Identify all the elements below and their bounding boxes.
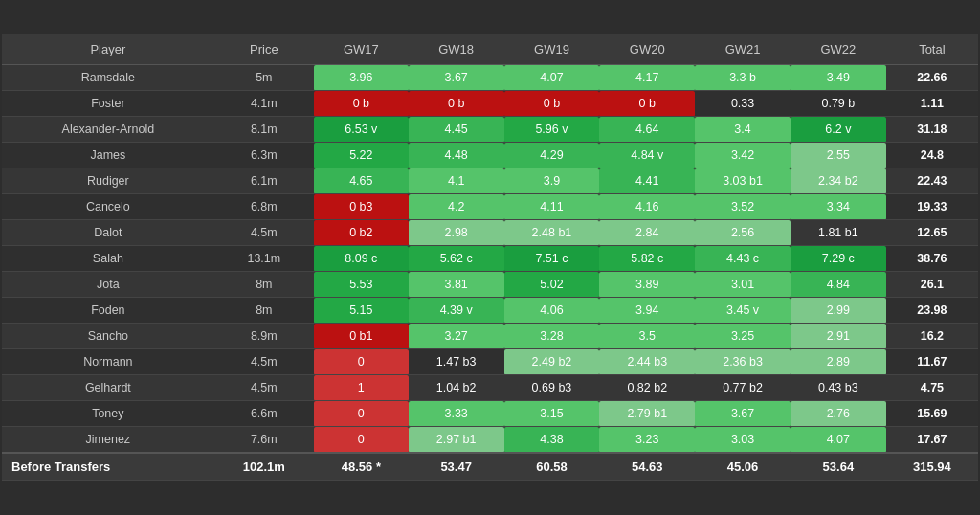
cell-gw17: 0 [314,349,409,375]
player-name: Foster [2,91,214,117]
cell-gw17: 1 [314,375,409,401]
cell-gw18: 3.67 [409,65,504,91]
cell-gw22: 3.49 [791,65,886,91]
player-name: Salah [2,246,214,272]
cell-gw17: 0 b3 [314,194,409,220]
player-stats-table: Player Price GW17 GW18 GW19 GW20 GW21 GW… [2,34,978,481]
cell-gw17: 5.22 [314,143,409,168]
player-total: 1.11 [886,91,978,117]
col-header-gw21: GW21 [695,34,791,65]
cell-gw19: 3.28 [504,324,600,349]
player-name: Rudiger [2,168,214,194]
footer-gw19: 60.58 [504,453,600,481]
cell-gw19: 4.38 [504,427,600,454]
player-name: Gelhardt [2,375,214,401]
cell-gw21: 3.01 [695,272,791,298]
player-total: 26.1 [886,272,978,298]
cell-gw20: 2.84 [599,220,695,246]
player-total: 22.66 [886,65,978,91]
player-price: 4.5m [214,349,314,375]
cell-gw17: 0 [314,427,409,454]
player-total: 22.43 [886,168,978,194]
col-header-gw17: GW17 [314,34,409,65]
table-row: Cancelo6.8m0 b34.24.114.163.523.3419.33 [2,194,978,220]
cell-gw17: 3.96 [314,65,409,91]
col-header-gw19: GW19 [504,34,600,65]
cell-gw18: 2.97 b1 [409,427,504,454]
player-total: 24.8 [886,143,978,168]
cell-gw20: 3.5 [599,324,695,349]
footer-gw22: 53.64 [791,453,886,481]
footer-total: 315.94 [886,453,978,481]
player-name: Toney [2,401,214,427]
cell-gw21: 3.4 [695,117,791,143]
cell-gw18: 1.04 b2 [409,375,504,401]
cell-gw17: 0 b2 [314,220,409,246]
table-row: Jota8m5.533.815.023.893.014.8426.1 [2,272,978,298]
cell-gw19: 2.48 b1 [504,220,600,246]
cell-gw20: 3.23 [599,427,695,454]
cell-gw19: 0.69 b3 [504,375,600,401]
cell-gw17: 0 b [314,91,409,117]
cell-gw22: 1.81 b1 [791,220,886,246]
cell-gw22: 0.43 b3 [791,375,886,401]
header-row: Player Price GW17 GW18 GW19 GW20 GW21 GW… [2,34,978,65]
cell-gw22: 2.89 [791,349,886,375]
stats-table-wrapper: Player Price GW17 GW18 GW19 GW20 GW21 GW… [2,34,978,481]
player-name: Dalot [2,220,214,246]
cell-gw18: 5.62 c [409,246,504,272]
player-name: Cancelo [2,194,214,220]
cell-gw18: 3.27 [409,324,504,349]
cell-gw22: 2.76 [791,401,886,427]
table-row: Dalot4.5m0 b22.982.48 b12.842.561.81 b11… [2,220,978,246]
player-name: Jota [2,272,214,298]
cell-gw22: 4.07 [791,427,886,454]
table-row: James6.3m5.224.484.294.84 v3.422.5524.8 [2,143,978,168]
cell-gw22: 0.79 b [791,91,886,117]
player-name: James [2,143,214,168]
cell-gw20: 5.82 c [599,246,695,272]
player-price: 8.9m [214,324,314,349]
cell-gw19: 5.02 [504,272,600,298]
player-name: Normann [2,349,214,375]
cell-gw18: 2.98 [409,220,504,246]
cell-gw18: 4.45 [409,117,504,143]
cell-gw20: 0.82 b2 [599,375,695,401]
cell-gw22: 7.29 c [791,246,886,272]
cell-gw21: 2.56 [695,220,791,246]
cell-gw17: 8.09 c [314,246,409,272]
cell-gw19: 4.29 [504,143,600,168]
player-price: 7.6m [214,427,314,454]
player-price: 8m [214,298,314,324]
table-row: Foster4.1m0 b0 b0 b0 b0.330.79 b1.11 [2,91,978,117]
col-header-gw22: GW22 [791,34,886,65]
cell-gw20: 0 b [599,91,695,117]
cell-gw17: 5.15 [314,298,409,324]
player-name: Jimenez [2,427,214,454]
player-total: 38.76 [886,246,978,272]
cell-gw19: 4.06 [504,298,600,324]
cell-gw22: 2.99 [791,298,886,324]
cell-gw21: 0.33 [695,91,791,117]
cell-gw20: 2.44 b3 [599,349,695,375]
player-total: 4.75 [886,375,978,401]
cell-gw18: 4.2 [409,194,504,220]
cell-gw21: 3.25 [695,324,791,349]
cell-gw20: 3.89 [599,272,695,298]
player-total: 16.2 [886,324,978,349]
footer-gw17: 48.56 * [314,453,409,481]
cell-gw19: 0 b [504,91,600,117]
footer-label: Before Transfers [2,453,214,481]
cell-gw19: 4.07 [504,65,600,91]
cell-gw20: 4.16 [599,194,695,220]
player-price: 4.1m [214,91,314,117]
cell-gw22: 3.34 [791,194,886,220]
table-row: Rudiger6.1m4.654.13.94.413.03 b12.34 b22… [2,168,978,194]
cell-gw18: 4.39 v [409,298,504,324]
player-price: 6.6m [214,401,314,427]
col-header-total: Total [886,34,978,65]
table-row: Sancho8.9m0 b13.273.283.53.252.9116.2 [2,324,978,349]
cell-gw21: 3.45 v [695,298,791,324]
player-total: 12.65 [886,220,978,246]
cell-gw20: 3.94 [599,298,695,324]
